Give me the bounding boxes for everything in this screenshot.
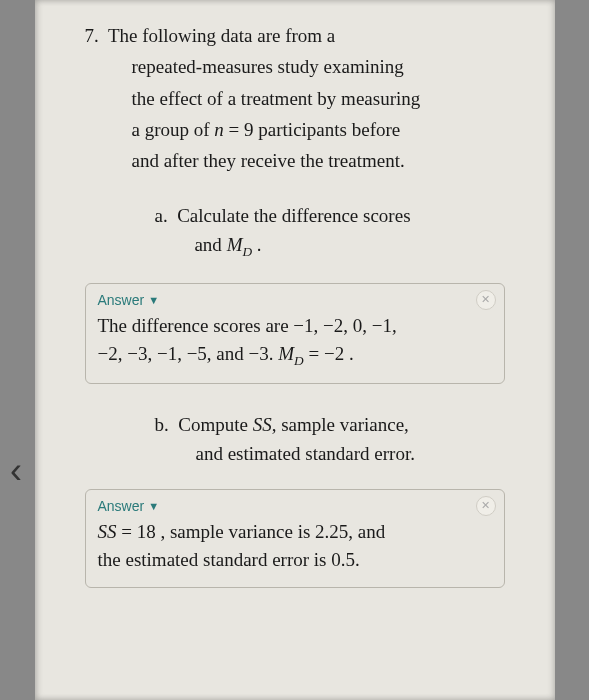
arrow-down-icon: ▼ [148, 294, 159, 306]
part-a-text2-post: . [252, 234, 262, 255]
part-b-label: b. [155, 414, 169, 435]
q-line4-pre: a group of [132, 119, 215, 140]
close-icon[interactable]: ✕ [476, 290, 496, 310]
q-line2: repeated-measures study examining [132, 56, 404, 77]
answer-b-line2: the estimated standard error is 0.5. [98, 549, 360, 570]
answer-a-toggle[interactable]: Answer ▼ [98, 292, 492, 308]
answer-a-line2-pre: −2, −3, −1, −5, and −3. [98, 343, 279, 364]
question-7: 7. The following data are from a 7. repe… [85, 20, 505, 177]
part-a: a. Calculate the difference scores a. an… [155, 201, 505, 263]
part-b-text-pre: Compute [178, 414, 252, 435]
answer-b-content: SS = 18 , sample variance is 2.25, and t… [98, 518, 492, 575]
answer-a-md-eq: = −2 . [304, 343, 354, 364]
answer-a-md-var: M [278, 343, 294, 364]
answer-b-ss-var: SS [98, 521, 117, 542]
answer-box-b: ✕ Answer ▼ SS = 18 , sample variance is … [85, 489, 505, 588]
n-variable: n [214, 119, 224, 140]
answer-box-a: ✕ Answer ▼ The difference scores are −1,… [85, 283, 505, 384]
answer-b-ss-eq: = 18 [117, 521, 156, 542]
arrow-down-icon-b: ▼ [148, 500, 159, 512]
answer-a-md-sub: D [294, 353, 304, 368]
answer-b-mid: , sample variance is 2.25, and [156, 521, 386, 542]
close-icon-b[interactable]: ✕ [476, 496, 496, 516]
answer-b-label: Answer [98, 498, 145, 514]
part-a-label: a. [155, 205, 168, 226]
answer-a-line1: The difference scores are −1, −2, 0, −1, [98, 315, 397, 336]
q-line5: and after they receive the treatment. [132, 150, 405, 171]
question-number: 7. [85, 25, 99, 46]
part-b-text2: and estimated standard error. [196, 443, 415, 464]
q-line4-post: participants before [254, 119, 401, 140]
page-content: 7. The following data are from a 7. repe… [35, 0, 555, 700]
part-a-text: Calculate the difference scores [177, 205, 410, 226]
answer-b-toggle[interactable]: Answer ▼ [98, 498, 492, 514]
answer-a-label: Answer [98, 292, 145, 308]
q-line3: the effect of a treatment by measuring [132, 88, 421, 109]
back-chevron-icon[interactable]: ‹ [10, 450, 22, 492]
part-b-text-post: , sample variance, [272, 414, 409, 435]
answer-a-content: The difference scores are −1, −2, 0, −1,… [98, 312, 492, 371]
md-var: M [227, 234, 243, 255]
q-line1: The following data are from a [108, 25, 335, 46]
ss-var: SS [253, 414, 272, 435]
md-sub: D [242, 244, 252, 259]
n-value: = 9 [224, 119, 254, 140]
part-b: b. Compute SS, sample variance, b. and e… [155, 410, 505, 469]
part-a-text2-pre: and [194, 234, 226, 255]
